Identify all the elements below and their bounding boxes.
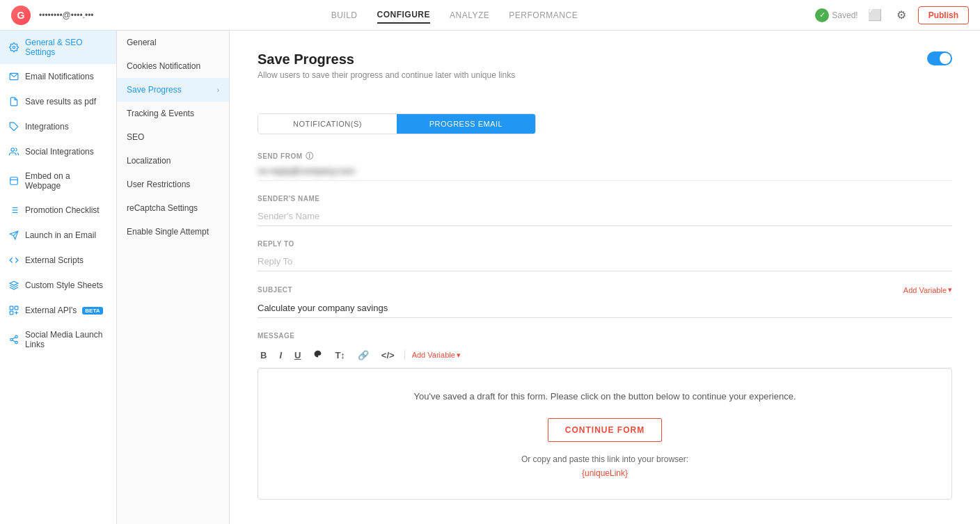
main-layout: General & SEO Settings Email Notificatio… <box>0 31 980 524</box>
add-variable-subject-btn[interactable]: Add Variable ▾ <box>903 285 952 294</box>
nav-performance[interactable]: PERFORMANCE <box>509 8 578 23</box>
settings-icon-btn[interactable]: ⚙ <box>892 6 911 25</box>
italic-btn[interactable]: I <box>276 349 285 362</box>
sidebar-label-email-notifications: Email Notifications <box>25 72 94 81</box>
sidebar-item-social-media[interactable]: Social Media Launch Links <box>0 323 116 356</box>
sidebar-label-social-integrations: Social Integrations <box>25 147 94 157</box>
envelope-icon <box>8 71 19 82</box>
paint-icon <box>8 280 19 291</box>
form-title: ••••••••@••••.••• <box>39 10 94 20</box>
continue-form-btn[interactable]: CONTINUE FORM <box>548 418 662 442</box>
sub-item-localization[interactable]: Localization <box>117 149 229 173</box>
page-header: Save Progress Allow users to save their … <box>258 51 952 97</box>
subject-label: SUBJECT <box>258 286 292 294</box>
preview-icon-btn[interactable]: ⬜ <box>865 6 885 25</box>
sub-sidebar: General Cookies Notification Save Progre… <box>117 31 230 524</box>
unique-link: {uniqueLink} <box>272 468 938 478</box>
copy-link-text: Or copy and paste this link into your br… <box>272 454 938 464</box>
sidebar-item-launch-email[interactable]: Launch in an Email <box>0 223 116 248</box>
nav-configure[interactable]: CONFIGURE <box>377 7 431 24</box>
info-icon[interactable]: ⓘ <box>306 151 314 161</box>
subject-input[interactable] <box>258 299 952 318</box>
tab-progress-email[interactable]: PROGRESS EMAIL <box>397 114 535 134</box>
reply-to-input[interactable] <box>258 252 952 271</box>
sidebar-item-integrations[interactable]: Integrations <box>0 114 116 139</box>
content-area: Save Progress Allow users to save their … <box>230 31 980 524</box>
svg-rect-14 <box>15 306 18 310</box>
svg-point-16 <box>15 335 18 338</box>
sidebar-item-email-notifications[interactable]: Email Notifications <box>0 64 116 89</box>
sub-label-single-attempt: Enable Single Attempt <box>127 227 209 237</box>
top-nav: G ••••••••@••••.••• BUILD CONFIGURE ANAL… <box>0 0 980 31</box>
gear-icon <box>8 42 19 53</box>
send-from-value: no-reply@company.com <box>258 166 952 176</box>
senders-name-input[interactable] <box>258 207 952 226</box>
svg-point-17 <box>10 338 13 341</box>
sub-item-single-attempt[interactable]: Enable Single Attempt <box>117 220 229 244</box>
sub-label-tracking: Tracking & Events <box>127 109 194 118</box>
script-icon <box>8 255 19 266</box>
sub-item-recaptcha[interactable]: reCaptcha Settings <box>117 196 229 220</box>
sidebar-label-external-scripts: External Scripts <box>25 255 84 265</box>
color-btn[interactable] <box>310 348 325 362</box>
sidebar-label-save-results: Save results as pdf <box>25 97 96 106</box>
bold-btn[interactable]: B <box>258 349 269 362</box>
tab-notifications[interactable]: NOTIFICATION(S) <box>258 114 397 134</box>
save-progress-toggle[interactable] <box>927 51 952 65</box>
left-sidebar: General & SEO Settings Email Notificatio… <box>0 31 117 524</box>
svg-line-20 <box>13 338 15 339</box>
senders-name-field: SENDER'S NAME <box>258 195 952 226</box>
sidebar-item-promotion[interactable]: Promotion Checklist <box>0 198 116 223</box>
nav-left: G ••••••••@••••.••• <box>11 6 94 25</box>
chevron-down-icon-2: ▾ <box>457 351 461 360</box>
beta-badge: BETA <box>82 307 102 315</box>
embed-icon <box>8 175 19 186</box>
sidebar-item-custom-style[interactable]: Custom Style Sheets <box>0 273 116 298</box>
publish-button[interactable]: Publish <box>918 6 969 24</box>
sidebar-item-external-scripts[interactable]: External Scripts <box>0 248 116 273</box>
sub-item-general[interactable]: General <box>117 31 229 54</box>
sub-label-save-progress: Save Progress <box>127 85 182 95</box>
nav-analyze[interactable]: ANALYZE <box>450 8 489 23</box>
api-icon <box>8 305 19 316</box>
add-variable-message-btn[interactable]: Add Variable ▾ <box>412 351 461 360</box>
font-size-btn[interactable]: T↕ <box>332 349 347 362</box>
nav-build[interactable]: BUILD <box>331 8 358 23</box>
sub-label-cookies: Cookies Notification <box>127 61 200 71</box>
sub-item-user-restrictions[interactable]: User Restrictions <box>117 173 229 196</box>
sub-label-recaptcha: reCaptcha Settings <box>127 203 198 213</box>
sidebar-label-general-seo: General & SEO Settings <box>25 38 108 57</box>
sub-label-seo: SEO <box>127 132 144 142</box>
sub-item-save-progress[interactable]: Save Progress › <box>117 78 229 102</box>
sub-item-cookies[interactable]: Cookies Notification <box>117 54 229 78</box>
nav-right: ✓ Saved! ⬜ ⚙ Publish <box>815 6 969 25</box>
page-description: Allow users to save their progress and c… <box>258 70 515 80</box>
svg-line-19 <box>13 340 15 342</box>
code-btn[interactable]: </> <box>379 349 397 362</box>
sub-item-seo[interactable]: SEO <box>117 125 229 149</box>
sidebar-item-external-apis[interactable]: External API's BETA <box>0 298 116 323</box>
svg-point-3 <box>11 148 15 152</box>
link-btn[interactable]: 🔗 <box>355 349 372 362</box>
chevron-down-icon: ▾ <box>948 285 952 294</box>
send-from-field: SEND FROM ⓘ no-reply@company.com <box>258 151 952 181</box>
sidebar-label-social-media: Social Media Launch Links <box>25 330 108 349</box>
editor-toolbar: B I U T↕ 🔗 </> Add Variable ▾ <box>258 342 952 368</box>
sidebar-item-general-seo[interactable]: General & SEO Settings <box>0 31 116 64</box>
users-icon <box>8 146 19 157</box>
svg-point-0 <box>13 46 15 49</box>
message-field: MESSAGE B I U T↕ 🔗 </> Add Variable ▾ <box>258 332 952 500</box>
underline-btn[interactable]: U <box>292 349 303 362</box>
saved-check-icon: ✓ <box>815 8 829 22</box>
sidebar-item-save-results[interactable]: Save results as pdf <box>0 89 116 114</box>
send-from-label: SEND FROM ⓘ <box>258 151 952 161</box>
sidebar-item-social-integrations[interactable]: Social Integrations <box>0 139 116 164</box>
sidebar-item-embed[interactable]: Embed on a Webpage <box>0 164 116 198</box>
nav-center: BUILD CONFIGURE ANALYZE PERFORMANCE <box>331 7 578 24</box>
svg-rect-13 <box>10 306 13 310</box>
svg-point-18 <box>15 341 18 344</box>
saved-indicator: ✓ Saved! <box>815 8 858 22</box>
sub-item-tracking[interactable]: Tracking & Events <box>117 102 229 125</box>
subject-field: SUBJECT Add Variable ▾ <box>258 285 952 318</box>
message-label: MESSAGE <box>258 332 295 340</box>
